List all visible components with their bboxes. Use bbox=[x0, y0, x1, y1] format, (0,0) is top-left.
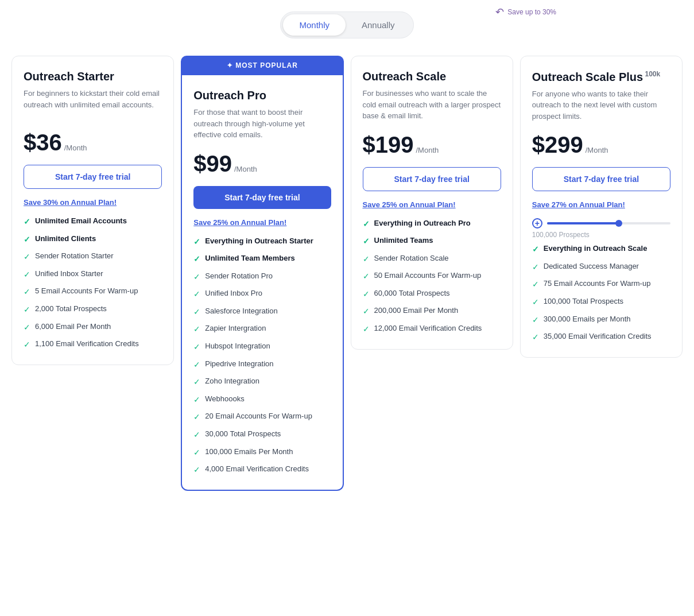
check-icon: ✓ bbox=[532, 262, 539, 273]
check-icon: ✓ bbox=[24, 269, 30, 281]
feature-item: ✓ 30,000 Total Prospects bbox=[193, 429, 331, 441]
plan-name-starter: Outreach Starter bbox=[24, 70, 162, 83]
feature-item: ✓ 100,000 Total Prospects bbox=[532, 296, 670, 308]
check-icon: ✓ bbox=[193, 447, 200, 459]
price-period: /Month bbox=[234, 165, 257, 173]
check-icon: ✓ bbox=[193, 237, 200, 248]
plans-container: Outreach Starter For beginners to kickst… bbox=[11, 56, 683, 491]
check-icon: ✓ bbox=[24, 304, 30, 316]
price-period: /Month bbox=[586, 146, 608, 154]
trial-btn-scale[interactable]: Start 7-day free trial bbox=[363, 167, 501, 191]
slider-track bbox=[547, 222, 670, 224]
save-badge: ↶ Save up to 30% bbox=[495, 6, 556, 18]
trial-btn-starter[interactable]: Start 7-day free trial bbox=[24, 165, 162, 189]
trial-btn-scale-plus[interactable]: Start 7-day free trial bbox=[532, 167, 670, 191]
check-icon: ✓ bbox=[193, 429, 200, 441]
feature-item: ✓ 100,000 Emails Per Month bbox=[193, 447, 331, 459]
feature-item: ✓ Zapier Intergration bbox=[193, 323, 331, 335]
feature-item: ✓ Everything in Outreach Scale bbox=[532, 243, 670, 255]
feature-item: ✓ 200,000 Email Per Month bbox=[363, 305, 501, 317]
check-icon: ✓ bbox=[363, 254, 370, 265]
feature-item: ✓ Sender Rotation Starter bbox=[24, 251, 162, 263]
feature-item: ✓ Salesforce Integration bbox=[193, 306, 331, 318]
plan-price-pro: $99 /Month bbox=[193, 151, 331, 177]
price-amount: $99 bbox=[193, 151, 232, 177]
save-link-scale-plus[interactable]: Save 27% on Annual Plan! bbox=[532, 200, 670, 209]
top-bar: ↶ Save up to 30% Monthly Annually bbox=[11, 11, 683, 38]
check-icon: ✓ bbox=[193, 289, 200, 300]
plan-desc-scale: For businesses who want to scale the col… bbox=[363, 88, 501, 122]
check-icon: ✓ bbox=[193, 342, 200, 353]
feature-item: ✓ 60,000 Total Prospects bbox=[363, 288, 501, 300]
feature-item: ✓ Dedicated Success Manager bbox=[532, 261, 670, 273]
feature-item: ✓ 2,000 Total Prospects bbox=[24, 304, 162, 316]
slider-knob bbox=[615, 220, 622, 227]
check-icon: ✓ bbox=[532, 279, 539, 290]
save-link-pro[interactable]: Save 25% on Annual Plan! bbox=[193, 218, 331, 227]
check-icon: ✓ bbox=[363, 306, 370, 317]
feature-item: ✓ Unlimited Clients bbox=[24, 234, 162, 246]
features-list-pro: ✓ Everything in Outreach Starter ✓ Unlim… bbox=[193, 236, 331, 476]
feature-item: ✓ Everything in Outreach Pro bbox=[363, 218, 501, 230]
feature-item: ✓ 1,100 Email Verification Credits bbox=[24, 339, 162, 351]
check-icon: ✓ bbox=[363, 236, 370, 247]
feature-item: ✓ 300,000 Emails per Month bbox=[532, 314, 670, 326]
prospects-label: 100,000 Prospects bbox=[532, 231, 670, 239]
popular-wrapper: ✦ MOST POPULAR Outreach Pro For those th… bbox=[181, 56, 343, 491]
check-icon: ✓ bbox=[24, 251, 30, 263]
feature-item: ✓ 35,000 Email Verification Credits bbox=[532, 331, 670, 343]
check-icon: ✓ bbox=[193, 464, 200, 476]
plan-card-pro: Outreach Pro For those that want to boos… bbox=[181, 75, 343, 491]
check-icon: ✓ bbox=[532, 315, 539, 326]
feature-item: ✓ 6,000 Email Per Month bbox=[24, 321, 162, 334]
check-icon: ✓ bbox=[24, 234, 30, 246]
features-list-scale: ✓ Everything in Outreach Pro ✓ Unlimited… bbox=[363, 218, 501, 335]
plan-price-scale: $199 /Month bbox=[363, 132, 501, 158]
feature-item: ✓ Unified Inbox Starter bbox=[24, 269, 162, 281]
plan-price-starter: $36 /Month bbox=[24, 130, 162, 156]
check-icon: ✓ bbox=[363, 271, 370, 282]
price-amount: $199 bbox=[363, 132, 414, 158]
feature-item: ✓ Sender Rotation Scale bbox=[363, 253, 501, 265]
trial-btn-pro[interactable]: Start 7-day free trial bbox=[193, 186, 331, 209]
check-icon: ✓ bbox=[193, 254, 200, 265]
check-icon: ✓ bbox=[24, 322, 30, 334]
check-icon: ✓ bbox=[532, 244, 539, 255]
plan-card-scale-plus: Outreach Scale Plus 100k For anyone who … bbox=[520, 56, 683, 358]
plan-desc-pro: For those that want to boost their outre… bbox=[193, 107, 331, 141]
feature-item: ✓ 50 Email Accounts For Warm-up bbox=[363, 270, 501, 282]
check-icon: ✓ bbox=[24, 286, 30, 298]
feature-item: ✓ Unlimited Email Accounts bbox=[24, 216, 162, 228]
feature-item: ✓ Pipedrive Integration bbox=[193, 359, 331, 371]
features-list-scale-plus: ✓ Everything in Outreach Scale ✓ Dedicat… bbox=[532, 243, 670, 343]
arrow-icon: ↶ bbox=[495, 6, 504, 18]
feature-item: ✓ 20 Email Accounts For Warm-up bbox=[193, 411, 331, 423]
plan-name-scale: Outreach Scale bbox=[363, 70, 501, 83]
feature-item: ✓ Unified Inbox Pro bbox=[193, 288, 331, 300]
check-icon: ✓ bbox=[363, 219, 370, 230]
feature-item: ✓ Unlimited Team Members bbox=[193, 253, 331, 265]
annually-toggle-btn[interactable]: Annually bbox=[346, 14, 411, 36]
plan-desc-starter: For beginners to kickstart their cold em… bbox=[24, 88, 162, 119]
feature-item: ✓ Webhoooks bbox=[193, 394, 331, 406]
check-icon: ✓ bbox=[363, 324, 370, 335]
price-amount: $36 bbox=[24, 130, 62, 156]
feature-item: ✓ Unlimited Teams bbox=[363, 235, 501, 247]
billing-toggle: Monthly Annually bbox=[280, 11, 413, 38]
plan-name-pro: Outreach Pro bbox=[193, 89, 331, 102]
check-icon: ✓ bbox=[193, 359, 200, 371]
prospects-slider[interactable]: + bbox=[532, 218, 670, 228]
check-icon: ✓ bbox=[363, 289, 370, 300]
save-link-scale[interactable]: Save 25% on Annual Plan! bbox=[363, 200, 501, 209]
price-amount: $299 bbox=[532, 132, 583, 158]
features-list-starter: ✓ Unlimited Email Accounts ✓ Unlimited C… bbox=[24, 216, 162, 351]
feature-item: ✓ Hubspot Integration bbox=[193, 341, 331, 353]
save-link-starter[interactable]: Save 30% on Annual Plan! bbox=[24, 198, 162, 207]
check-icon: ✓ bbox=[193, 377, 200, 388]
feature-item: ✓ Everything in Outreach Starter bbox=[193, 236, 331, 248]
plan-name-scale-plus: Outreach Scale Plus 100k bbox=[532, 70, 670, 84]
monthly-toggle-btn[interactable]: Monthly bbox=[283, 14, 346, 36]
save-badge-text: Save up to 30% bbox=[507, 8, 556, 16]
check-icon: ✓ bbox=[193, 412, 200, 423]
feature-item: ✓ 12,000 Email Verification Credits bbox=[363, 323, 501, 335]
